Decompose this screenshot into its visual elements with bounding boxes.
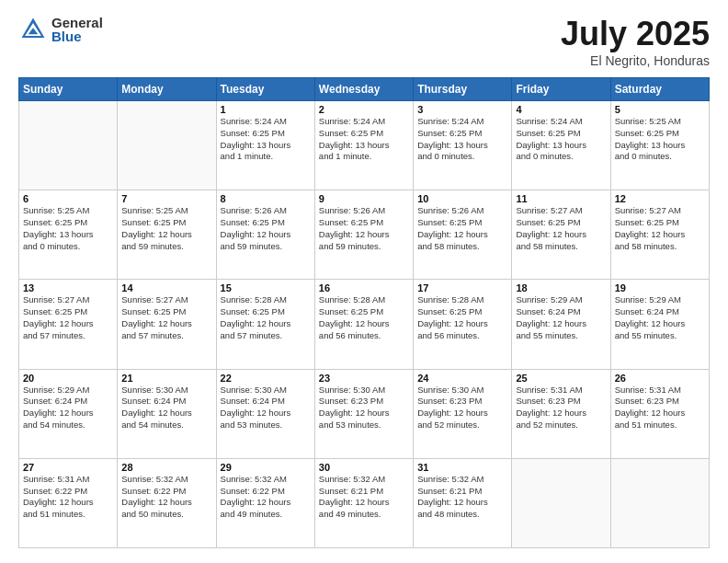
day-info: Sunrise: 5:27 AM Sunset: 6:25 PM Dayligh… [516,205,606,252]
calendar-cell: 6Sunrise: 5:25 AM Sunset: 6:25 PM Daylig… [19,190,118,280]
day-number: 14 [121,282,211,293]
calendar-cell: 25Sunrise: 5:31 AM Sunset: 6:23 PM Dayli… [512,369,610,458]
calendar-cell: 20Sunrise: 5:29 AM Sunset: 6:24 PM Dayli… [19,369,118,458]
day-info: Sunrise: 5:24 AM Sunset: 6:25 PM Dayligh… [319,116,409,163]
day-info: Sunrise: 5:25 AM Sunset: 6:25 PM Dayligh… [615,116,705,163]
day-info: Sunrise: 5:29 AM Sunset: 6:24 PM Dayligh… [615,294,705,341]
calendar-cell: 23Sunrise: 5:30 AM Sunset: 6:23 PM Dayli… [314,369,413,458]
calendar-week-row: 20Sunrise: 5:29 AM Sunset: 6:24 PM Dayli… [19,369,710,458]
title-location: El Negrito, Honduras [561,53,710,68]
day-number: 8 [221,193,311,204]
day-info: Sunrise: 5:25 AM Sunset: 6:25 PM Dayligh… [121,205,211,252]
header: General Blue July 2025 El Negrito, Hondu… [18,15,710,68]
day-number: 1 [221,104,311,115]
day-info: Sunrise: 5:32 AM Sunset: 6:22 PM Dayligh… [221,474,311,521]
calendar-cell [118,101,216,190]
calendar-cell: 22Sunrise: 5:30 AM Sunset: 6:24 PM Dayli… [216,369,314,458]
day-info: Sunrise: 5:30 AM Sunset: 6:23 PM Dayligh… [417,385,507,431]
calendar-cell: 15Sunrise: 5:28 AM Sunset: 6:25 PM Dayli… [216,280,314,369]
calendar-cell: 19Sunrise: 5:29 AM Sunset: 6:24 PM Dayli… [610,280,709,369]
logo-text: General Blue [51,16,103,43]
calendar-cell: 31Sunrise: 5:32 AM Sunset: 6:21 PM Dayli… [414,458,512,547]
calendar-body: 1Sunrise: 5:24 AM Sunset: 6:25 PM Daylig… [19,101,710,548]
day-info: Sunrise: 5:27 AM Sunset: 6:25 PM Dayligh… [615,205,705,252]
day-info: Sunrise: 5:31 AM Sunset: 6:23 PM Dayligh… [516,385,606,431]
day-info: Sunrise: 5:30 AM Sunset: 6:24 PM Dayligh… [221,385,311,431]
calendar-cell: 26Sunrise: 5:31 AM Sunset: 6:23 PM Dayli… [610,369,709,458]
calendar-cell: 27Sunrise: 5:31 AM Sunset: 6:22 PM Dayli… [19,458,118,547]
day-info: Sunrise: 5:26 AM Sunset: 6:25 PM Dayligh… [417,205,507,252]
calendar-cell: 14Sunrise: 5:27 AM Sunset: 6:25 PM Dayli… [118,280,216,369]
day-number: 25 [516,373,606,384]
day-info: Sunrise: 5:26 AM Sunset: 6:25 PM Dayligh… [319,205,409,252]
day-number: 22 [221,373,311,384]
calendar-header-row: SundayMondayTuesdayWednesdayThursdayFrid… [19,78,710,101]
day-number: 6 [23,193,113,204]
calendar-week-row: 13Sunrise: 5:27 AM Sunset: 6:25 PM Dayli… [19,280,710,369]
day-number: 21 [121,373,211,384]
day-number: 23 [319,373,409,384]
day-info: Sunrise: 5:24 AM Sunset: 6:25 PM Dayligh… [221,116,311,163]
calendar-cell [610,458,709,547]
day-info: Sunrise: 5:28 AM Sunset: 6:25 PM Dayligh… [221,294,311,341]
calendar-cell: 5Sunrise: 5:25 AM Sunset: 6:25 PM Daylig… [610,101,709,190]
day-info: Sunrise: 5:24 AM Sunset: 6:25 PM Dayligh… [417,116,507,163]
calendar-cell: 11Sunrise: 5:27 AM Sunset: 6:25 PM Dayli… [512,190,610,280]
calendar-header: SundayMondayTuesdayWednesdayThursdayFrid… [19,78,710,101]
day-number: 24 [417,373,507,384]
calendar-table: SundayMondayTuesdayWednesdayThursdayFrid… [18,77,710,548]
calendar-cell: 29Sunrise: 5:32 AM Sunset: 6:22 PM Dayli… [216,458,314,547]
day-number: 27 [23,462,113,473]
day-number: 2 [319,104,409,115]
calendar-cell: 30Sunrise: 5:32 AM Sunset: 6:21 PM Dayli… [314,458,413,547]
logo-blue-text: Blue [51,29,103,43]
calendar-cell: 2Sunrise: 5:24 AM Sunset: 6:25 PM Daylig… [314,101,413,190]
day-number: 29 [221,462,311,473]
calendar-cell: 10Sunrise: 5:26 AM Sunset: 6:25 PM Dayli… [414,190,512,280]
day-of-week-header: Sunday [19,78,118,101]
day-number: 7 [121,193,211,204]
page: General Blue July 2025 El Negrito, Hondu… [0,0,728,563]
day-of-week-header: Wednesday [314,78,413,101]
day-of-week-header: Saturday [610,78,709,101]
day-info: Sunrise: 5:27 AM Sunset: 6:25 PM Dayligh… [23,294,113,341]
day-of-week-header: Friday [512,78,610,101]
day-info: Sunrise: 5:28 AM Sunset: 6:25 PM Dayligh… [319,294,409,341]
day-number: 10 [417,193,507,204]
calendar-cell: 17Sunrise: 5:28 AM Sunset: 6:25 PM Dayli… [414,280,512,369]
calendar-week-row: 1Sunrise: 5:24 AM Sunset: 6:25 PM Daylig… [19,101,710,190]
day-info: Sunrise: 5:24 AM Sunset: 6:25 PM Dayligh… [516,116,606,163]
calendar-cell: 16Sunrise: 5:28 AM Sunset: 6:25 PM Dayli… [314,280,413,369]
day-number: 3 [417,104,507,115]
day-info: Sunrise: 5:32 AM Sunset: 6:21 PM Dayligh… [319,474,409,521]
day-info: Sunrise: 5:27 AM Sunset: 6:25 PM Dayligh… [121,294,211,341]
day-number: 20 [23,373,113,384]
day-of-week-header: Thursday [414,78,512,101]
day-number: 13 [23,282,113,293]
day-number: 15 [221,282,311,293]
day-info: Sunrise: 5:29 AM Sunset: 6:24 PM Dayligh… [516,294,606,341]
day-of-week-header: Monday [118,78,216,101]
day-number: 17 [417,282,507,293]
day-info: Sunrise: 5:30 AM Sunset: 6:24 PM Dayligh… [121,385,211,431]
title-month: July 2025 [561,15,710,53]
calendar-cell: 8Sunrise: 5:26 AM Sunset: 6:25 PM Daylig… [216,190,314,280]
title-block: July 2025 El Negrito, Honduras [561,15,710,68]
calendar-week-row: 6Sunrise: 5:25 AM Sunset: 6:25 PM Daylig… [19,190,710,280]
day-number: 31 [417,462,507,473]
day-info: Sunrise: 5:31 AM Sunset: 6:22 PM Dayligh… [23,474,113,521]
calendar-cell: 28Sunrise: 5:32 AM Sunset: 6:22 PM Dayli… [118,458,216,547]
day-number: 30 [319,462,409,473]
day-number: 12 [615,193,705,204]
day-info: Sunrise: 5:29 AM Sunset: 6:24 PM Dayligh… [23,385,113,431]
calendar-cell: 24Sunrise: 5:30 AM Sunset: 6:23 PM Dayli… [414,369,512,458]
day-number: 4 [516,104,606,115]
calendar-cell: 3Sunrise: 5:24 AM Sunset: 6:25 PM Daylig… [414,101,512,190]
day-info: Sunrise: 5:31 AM Sunset: 6:23 PM Dayligh… [615,385,705,431]
day-number: 26 [615,373,705,384]
day-info: Sunrise: 5:26 AM Sunset: 6:25 PM Dayligh… [221,205,311,252]
day-info: Sunrise: 5:32 AM Sunset: 6:22 PM Dayligh… [121,474,211,521]
calendar-cell: 1Sunrise: 5:24 AM Sunset: 6:25 PM Daylig… [216,101,314,190]
calendar-cell: 7Sunrise: 5:25 AM Sunset: 6:25 PM Daylig… [118,190,216,280]
day-number: 28 [121,462,211,473]
